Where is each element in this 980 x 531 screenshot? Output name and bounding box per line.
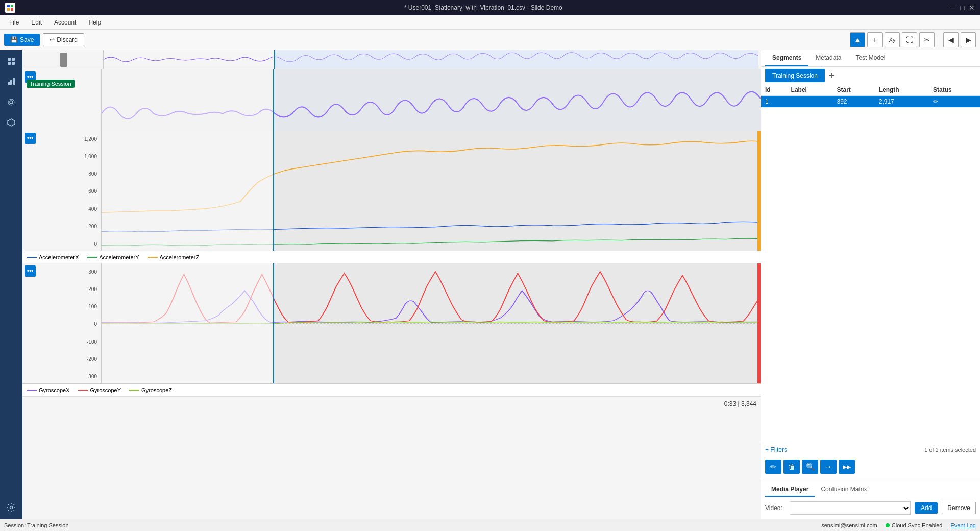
items-count: 1 of 1 items selected [924, 447, 976, 453]
next-button[interactable]: ▶ [961, 32, 976, 47]
col-length: Length [875, 84, 929, 96]
legend-label-gyroy: GyroscopeY [90, 387, 121, 393]
minimize-button[interactable]: ─ [951, 4, 957, 12]
gyro-y-n300: -300 [87, 374, 97, 379]
gyro-y-n100: -100 [87, 340, 97, 345]
gyro-y-axis: ••• 300 200 100 0 -100 -200 -300 [22, 263, 102, 383]
titlebar: * User001_Stationary_with_Vibration_01.c… [0, 0, 980, 15]
tab-test-model[interactable]: Test Model [848, 50, 892, 66]
menubar: File Edit Account Help [0, 15, 980, 30]
xy-tool-button[interactable]: Xy [885, 32, 900, 47]
segment-label-top: Training Session [27, 80, 75, 88]
email-status: sensiml@sensiml.com [821, 522, 877, 528]
media-add-button[interactable]: Add [915, 502, 938, 514]
svg-rect-9 [10, 80, 12, 85]
save-button[interactable]: 💾 Save [4, 34, 40, 46]
media-remove-button[interactable]: Remove [942, 502, 976, 514]
menu-file[interactable]: File [4, 17, 24, 28]
sidebar-icon-sensor[interactable] [4, 95, 18, 109]
segments-table: Id Label Start Length Status 1 392 2,91 [761, 84, 980, 108]
accel-y-0: 0 [94, 242, 97, 247]
legend-label-gyroz: GyroscopeZ [141, 387, 172, 393]
col-status: Status [929, 84, 980, 96]
gyro-options-btn[interactable]: ••• [24, 266, 36, 277]
right-panel: Segments Metadata Test Model Training Se… [761, 50, 980, 519]
accel-plot-area [102, 131, 761, 251]
svg-marker-13 [8, 119, 15, 126]
filters-button[interactable]: + Filters [765, 446, 787, 453]
seg-buttons: ✏ 🗑 🔍 ↔ ▶▶ [761, 457, 980, 478]
delete-button[interactable]: 🗑 [783, 460, 800, 474]
edit-button[interactable]: ✏ [765, 460, 781, 474]
accel-y-200: 200 [88, 224, 97, 229]
prev-button[interactable]: ◀ [943, 32, 959, 47]
save-icon: 💾 [10, 36, 18, 43]
svg-rect-7 [12, 62, 15, 65]
play-button[interactable]: ▶▶ [839, 460, 855, 474]
sidebar-icon-model[interactable] [4, 115, 18, 130]
svg-rect-5 [12, 58, 15, 61]
time-display: 0:33 | 3,344 [724, 400, 756, 407]
tab-segments[interactable]: Segments [765, 50, 808, 66]
menu-help[interactable]: Help [83, 17, 106, 28]
accel-y-1000: 1,000 [84, 154, 97, 159]
sidebar-icon-settings[interactable] [4, 500, 18, 515]
select-tool-button[interactable]: ▲ [850, 32, 865, 47]
chart-area: ••• Training Session [22, 50, 761, 519]
accel-legend: AccelerometerX AccelerometerY Accelerome… [22, 251, 761, 263]
sidebar-icon-home[interactable] [4, 54, 18, 68]
chart-panel-accelerometer: ••• 1,200 1,000 800 600 400 200 0 [22, 131, 761, 263]
sync-label: Cloud Sync Enabled [892, 522, 943, 528]
svg-rect-10 [13, 78, 15, 85]
discard-icon: ↩ [50, 36, 55, 43]
maximize-button[interactable]: □ [961, 4, 965, 12]
edit-icon[interactable]: ✏ [933, 98, 938, 105]
time-display-bar: 0:33 | 3,344 [22, 396, 761, 411]
legend-color-gyroy [78, 390, 88, 391]
close-button[interactable]: ✕ [969, 4, 975, 12]
toolbar: 💾 Save ↩ Discard ▲ + Xy ⛶ ✂ ◀ ▶ [0, 30, 980, 50]
cell-start: 392 [832, 96, 874, 108]
split-button[interactable]: ↔ [820, 460, 837, 474]
toolbar-separator [939, 34, 939, 46]
tab-confusion-matrix[interactable]: Confusion Matrix [815, 482, 873, 497]
segments-area: Segments Metadata Test Model Training Se… [761, 50, 980, 478]
gyro-y-100: 100 [88, 304, 97, 309]
gyro-y-300: 300 [88, 270, 97, 275]
gyro-plot-area [102, 263, 761, 383]
tab-metadata[interactable]: Metadata [808, 50, 848, 66]
video-select[interactable] [790, 501, 911, 515]
main-layout: ••• Training Session [0, 50, 980, 519]
find-button[interactable]: 🔍 [802, 460, 818, 474]
accel-options-btn[interactable]: ••• [24, 133, 36, 144]
add-tool-button[interactable]: + [867, 32, 883, 47]
sidebar-icon-chart[interactable] [4, 75, 18, 89]
discard-button[interactable]: ↩ Discard [43, 33, 84, 46]
sync-status: Cloud Sync Enabled [886, 522, 943, 528]
add-segment-button[interactable]: + [827, 70, 837, 81]
legend-color-accelz [148, 257, 158, 258]
gyro-y-200: 200 [88, 287, 97, 292]
gyro-y-0: 0 [94, 322, 97, 327]
overview-handle[interactable] [60, 53, 67, 67]
gyro-y-n200: -200 [87, 357, 97, 362]
legend-color-accelx [27, 257, 37, 258]
menu-edit[interactable]: Edit [26, 17, 47, 28]
scissors-tool-button[interactable]: ✂ [919, 32, 935, 47]
svg-rect-8 [8, 82, 10, 85]
overview-selection[interactable] [274, 50, 758, 69]
svg-rect-2 [7, 8, 10, 11]
fullscreen-tool-button[interactable]: ⛶ [902, 32, 917, 47]
app-logo [5, 3, 15, 13]
training-session-button[interactable]: Training Session [765, 69, 825, 82]
chart-panel-top: ••• Training Session [22, 69, 761, 131]
legend-label-accely: AccelerometerY [99, 254, 139, 260]
event-log-link[interactable]: Event Log [950, 522, 976, 528]
menu-account[interactable]: Account [49, 17, 81, 28]
statusbar: Session: Training Session sensiml@sensim… [0, 519, 980, 531]
gyro-legend: GyroscopeX GyroscopeY GyroscopeZ [22, 383, 761, 396]
col-id: Id [761, 84, 787, 96]
tab-media-player[interactable]: Media Player [765, 482, 815, 497]
table-row[interactable]: 1 392 2,917 ✏ [761, 96, 980, 108]
svg-point-11 [10, 101, 13, 104]
